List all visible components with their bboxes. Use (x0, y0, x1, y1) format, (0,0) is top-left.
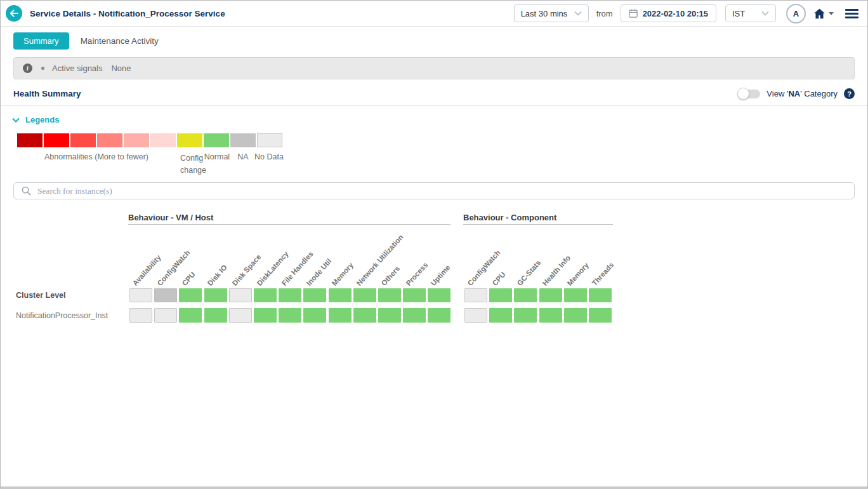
legend-no-data-label: No Data (253, 152, 285, 161)
legend-swatch (17, 133, 43, 147)
heatmap-cell[interactable] (129, 288, 152, 302)
heatmap-cell[interactable] (179, 308, 202, 323)
calendar-icon (629, 9, 638, 18)
legend-swatch (257, 133, 282, 147)
heatmap-section-title: Behaviour - Component (463, 213, 556, 222)
instance-search (13, 182, 855, 199)
legend-swatch (204, 133, 229, 147)
avatar[interactable]: A (786, 4, 806, 23)
heatmap-cell[interactable] (378, 308, 401, 323)
heatmap-cell[interactable] (464, 308, 487, 323)
column-label: Memory (565, 261, 589, 287)
heatmap-section-divider (463, 224, 613, 225)
heatmap-cell[interactable] (428, 308, 450, 323)
row-label: NotificationProcessor_Inst (16, 311, 108, 320)
heatmap-cell[interactable] (539, 288, 562, 302)
heatmap-cell[interactable] (179, 288, 202, 302)
legend-na-label: NA (230, 152, 256, 161)
app-window: Service Details - Notification_Processor… (0, 0, 868, 489)
heatmap-cell[interactable] (464, 288, 487, 302)
page-title: Service Details - Notification_Processor… (30, 9, 225, 18)
timezone-value: IST (732, 9, 745, 18)
legend-swatch (150, 133, 176, 147)
hamburger-menu-icon[interactable] (845, 9, 858, 18)
heatmap-cell[interactable] (229, 288, 252, 302)
chevron-down-icon (12, 117, 20, 123)
heatmap-cell[interactable] (329, 288, 352, 302)
heatmap-cell[interactable] (279, 308, 301, 323)
heatmap-cell[interactable] (589, 288, 612, 302)
heatmap-cell[interactable] (254, 308, 277, 323)
timezone-select[interactable]: IST (725, 4, 776, 22)
datetime-picker[interactable]: 2022-02-10 20:15 (621, 4, 716, 22)
heatmap-cell[interactable] (204, 308, 227, 323)
legend-swatch (177, 133, 202, 147)
heatmap-cell[interactable] (539, 308, 562, 323)
heatmap-cell[interactable] (329, 308, 352, 323)
home-menu[interactable] (813, 8, 834, 19)
legend-normal-label: Normal (204, 152, 230, 161)
chevron-down-icon (574, 11, 582, 16)
heatmap-cell[interactable] (129, 308, 152, 323)
legends-toggle[interactable]: Legends (12, 115, 69, 124)
heatmap-cell[interactable] (514, 288, 537, 302)
heatmap-cell[interactable] (154, 308, 177, 323)
bullet-dot (41, 67, 44, 70)
chevron-down-icon (761, 11, 769, 16)
column-label: Network Utilization (355, 233, 404, 287)
active-signals-value: None (111, 64, 131, 73)
heatmap-cell[interactable] (279, 288, 301, 302)
column-label: Memory (330, 261, 354, 287)
na-category-label: View 'NA' Category (766, 89, 838, 98)
heatmap-cell[interactable] (489, 288, 512, 302)
search-input[interactable] (36, 185, 846, 197)
heatmap-section-divider (128, 224, 450, 225)
heatmap-section-title: Behaviour - VM / Host (128, 213, 213, 222)
column-label: Others (380, 264, 402, 287)
legend-swatch (44, 133, 69, 147)
row-label: Cluster Level (16, 291, 66, 300)
tab-maintenance-activity[interactable]: Maintenance Activity (81, 36, 159, 46)
from-label: from (596, 9, 613, 18)
help-icon[interactable]: ? (844, 88, 855, 99)
heatmap-canvas: Behaviour - VM / HostAvailabilityConfigW… (1, 205, 867, 338)
heatmap-cell[interactable] (564, 288, 587, 302)
tab-summary[interactable]: Summary (13, 32, 69, 50)
heatmap-cell[interactable] (489, 308, 512, 323)
heatmap-cell[interactable] (514, 308, 537, 323)
tab-bar: Summary Maintenance Activity (13, 32, 855, 50)
legends-label: Legends (25, 115, 59, 124)
heatmap-cell[interactable] (428, 288, 450, 302)
back-button[interactable] (6, 5, 22, 22)
heatmap-cell[interactable] (353, 288, 376, 302)
heatmap-cell[interactable] (303, 288, 326, 302)
heatmap-cell[interactable] (303, 308, 326, 323)
time-range-select[interactable]: Last 30 mins (514, 4, 589, 22)
heatmap-cell[interactable] (403, 288, 426, 302)
na-category-toggle[interactable] (739, 90, 760, 98)
heatmap-cell[interactable] (564, 308, 587, 323)
toggle-knob (737, 88, 749, 100)
caret-down-icon (829, 12, 834, 15)
arrow-left-icon (10, 10, 18, 17)
info-icon[interactable]: i (23, 64, 32, 73)
heatmap-cell[interactable] (229, 308, 252, 323)
column-label: Process (405, 261, 430, 287)
heatmap-cell[interactable] (154, 288, 177, 302)
datetime-value: 2022-02-10 20:15 (643, 9, 708, 18)
legend-swatch (124, 133, 149, 147)
column-label: Uptime (430, 264, 452, 287)
heatmap-cell[interactable] (204, 288, 227, 302)
heatmap-cell[interactable] (353, 308, 376, 323)
health-summary-header: Health Summary View 'NA' Category ? (13, 88, 855, 99)
health-summary-title: Health Summary (13, 89, 81, 98)
active-signals-label: Active signals (52, 64, 102, 73)
legend-block: Abnormalities (More to fewer) Config cha… (1, 133, 867, 174)
top-bar: Service Details - Notification_Processor… (1, 1, 867, 27)
heatmap-cell[interactable] (378, 288, 401, 302)
heatmap-cell[interactable] (589, 308, 612, 323)
heatmap-cell[interactable] (254, 288, 277, 302)
home-icon (813, 8, 825, 19)
heatmap-cell[interactable] (403, 308, 426, 323)
column-label: GC-Stats (516, 258, 542, 287)
